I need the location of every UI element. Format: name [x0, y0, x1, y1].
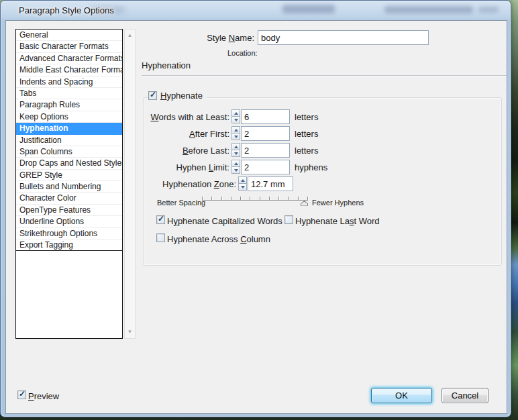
preview-label: Preview: [28, 391, 59, 401]
paragraph-style-options-dialog: Paragraph Style Options General Basic Ch…: [0, 0, 511, 417]
spinner-down-icon[interactable]: [231, 166, 240, 174]
sidebar-item-opentype-features[interactable]: OpenType Features: [16, 205, 122, 216]
hyphen-limit-unit-label: hyphens: [295, 162, 327, 172]
spinner-down-icon[interactable]: [231, 133, 240, 140]
list-empty-area: [16, 250, 122, 338]
hyphenate-last-word-label: Hyphenate Last Word: [295, 216, 380, 226]
hyphenation-slider-track[interactable]: [202, 200, 308, 201]
hyphenate-last-word-checkbox[interactable]: [284, 215, 293, 224]
hyphenation-zone-stepper[interactable]: [238, 176, 247, 191]
before-last-stepper[interactable]: [231, 143, 240, 158]
words-with-at-least-input[interactable]: [241, 109, 290, 124]
after-first-label: After First:: [100, 129, 229, 139]
titlebar-ghost: [384, 6, 473, 13]
hyphenate-across-column-checkbox[interactable]: [156, 233, 165, 242]
check-icon: ✓: [158, 214, 164, 223]
sidebar-item-general[interactable]: General: [16, 30, 122, 41]
hyphenation-zone-input[interactable]: [248, 176, 293, 191]
hyphenate-checkbox-row[interactable]: ✓ Hyphenate: [147, 91, 207, 101]
before-last-unit-label: letters: [295, 146, 318, 156]
sidebar-item-strikethrough-options[interactable]: Strikethrough Options: [16, 228, 122, 240]
spinner-down-icon[interactable]: [231, 116, 240, 123]
words-with-at-least-stepper[interactable]: [231, 109, 240, 124]
hyphenate-checkbox[interactable]: ✓: [148, 91, 157, 100]
hyphenation-zone-label: Hyphenation Zone:: [107, 179, 236, 189]
hyphenate-across-column-label: Hyphenate Across Column: [167, 234, 270, 244]
sidebar-item-paragraph-rules[interactable]: Paragraph Rules: [16, 99, 122, 111]
sidebar-item-tabs[interactable]: Tabs: [16, 88, 122, 99]
check-icon: ✓: [150, 90, 156, 99]
before-last-label: Before Last:: [100, 146, 229, 156]
sidebar-item-middle-east-character-formats[interactable]: Middle East Character Formats: [16, 64, 122, 76]
panel-separator: [142, 75, 507, 76]
hyphen-limit-stepper[interactable]: [231, 160, 240, 174]
spinner-down-icon[interactable]: [238, 183, 247, 191]
spinner-down-icon[interactable]: [231, 150, 240, 157]
ok-button[interactable]: OK: [371, 388, 432, 403]
titlebar-ghost: [282, 5, 335, 13]
sidebar-item-advanced-character-formats[interactable]: Advanced Character Formats: [16, 53, 122, 64]
hyphenate-label: Hyphenate: [160, 91, 203, 101]
slider-ticks: [202, 197, 308, 200]
style-name-input[interactable]: [258, 30, 429, 45]
words-unit-label: letters: [295, 112, 318, 122]
after-first-stepper[interactable]: [231, 126, 240, 141]
titlebar-ghost: [478, 7, 499, 13]
cancel-button[interactable]: Cancel: [442, 388, 488, 403]
panel-heading: Hyphenation: [142, 60, 191, 70]
hyphen-limit-input[interactable]: [241, 160, 290, 174]
style-name-label: Style Name:: [120, 33, 254, 43]
check-icon: ✓: [19, 389, 25, 399]
before-last-input[interactable]: [241, 143, 290, 158]
location-label: Location:: [227, 49, 258, 57]
after-first-unit-label: letters: [295, 129, 318, 139]
preview-checkbox[interactable]: ✓: [17, 390, 26, 399]
dialog-title: Paragraph Style Options: [19, 5, 114, 15]
dialog-client-area: General Basic Character Formats Advanced…: [5, 20, 507, 414]
dialog-titlebar[interactable]: Paragraph Style Options: [1, 1, 511, 20]
better-spacing-label: Better Spacing: [157, 199, 205, 207]
sidebar-item-character-color[interactable]: Character Color: [16, 193, 122, 204]
sidebar-item-underline-options[interactable]: Underline Options: [16, 216, 122, 227]
hyphenate-capitalized-words-checkbox[interactable]: ✓: [156, 215, 165, 224]
words-with-at-least-label: Words with at Least:: [100, 112, 229, 122]
fewer-hyphens-label: Fewer Hyphens: [312, 199, 364, 207]
scroll-down-icon[interactable]: ▼: [125, 327, 135, 337]
after-first-input[interactable]: [241, 126, 290, 141]
sidebar-item-indents-and-spacing[interactable]: Indents and Spacing: [16, 76, 122, 88]
sidebar-item-basic-character-formats[interactable]: Basic Character Formats: [16, 41, 122, 52]
sidebar-item-export-tagging[interactable]: Export Tagging: [16, 240, 122, 251]
hyphen-limit-label: Hyphen Limit:: [100, 162, 229, 172]
hyphenate-capitalized-words-label: Hyphenate Capitalized Words: [167, 216, 282, 226]
